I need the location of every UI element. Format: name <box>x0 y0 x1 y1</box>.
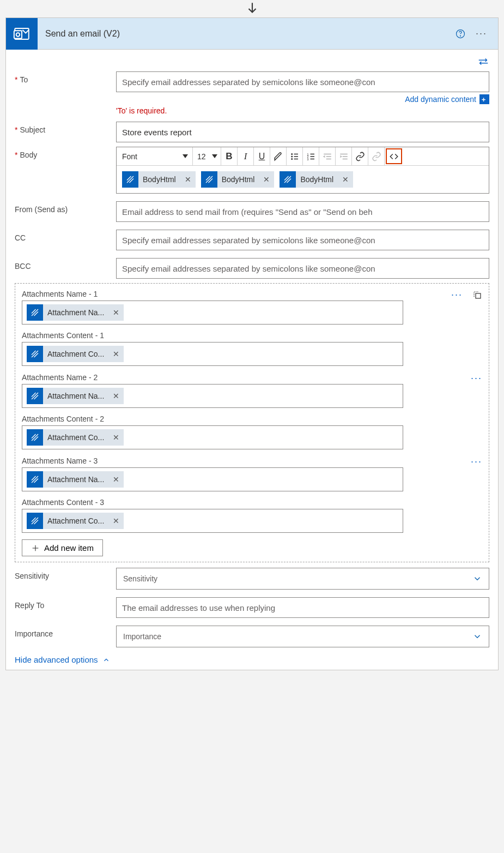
token-remove-icon[interactable]: ✕ <box>108 433 124 442</box>
attachment-name-input[interactable]: Attachment Na...✕ <box>22 301 403 325</box>
token-remove-icon[interactable]: ✕ <box>108 475 124 484</box>
attachment-content-label: Attachments Content - 3 <box>22 498 482 507</box>
from-label: From (Send as) <box>15 201 116 214</box>
body-token[interactable]: BodyHtml✕ <box>280 171 353 188</box>
token-remove-icon[interactable]: ✕ <box>338 175 353 184</box>
token-label: Attachment Na... <box>43 392 108 400</box>
card-menu-icon[interactable]: ··· <box>476 28 487 39</box>
attachment-content-token[interactable]: Attachment Co...✕ <box>27 429 124 446</box>
outlook-icon <box>6 18 38 50</box>
add-new-item-button[interactable]: Add new item <box>22 539 103 556</box>
svg-point-6 <box>292 156 293 157</box>
add-dynamic-content-icon[interactable]: + <box>479 94 489 104</box>
sensitivity-placeholder: Sensitivity <box>123 574 157 583</box>
attachment-content-input[interactable]: Attachment Co...✕ <box>22 425 403 449</box>
svg-rect-11 <box>476 293 481 298</box>
attachment-item-menu-icon[interactable]: ··· <box>451 289 463 301</box>
body-label: *Body <box>15 147 116 159</box>
token-label: Attachment Na... <box>43 308 108 317</box>
attachment-item-menu-icon[interactable]: ··· <box>471 456 482 467</box>
card-header[interactable]: Send an email (V2) ··· <box>6 18 498 50</box>
hide-advanced-options-link[interactable]: Hide advanced options <box>15 655 489 664</box>
token-icon <box>27 304 43 321</box>
code-view-button[interactable] <box>386 148 402 164</box>
attachment-name-token[interactable]: Attachment Na...✕ <box>27 388 124 404</box>
subject-input[interactable] <box>116 122 489 142</box>
caret-down-icon <box>212 154 217 158</box>
cc-label: CC <box>15 230 116 242</box>
body-editor[interactable]: Font 12 B I U <box>116 147 489 194</box>
attachment-content-input[interactable]: Attachment Co...✕ <box>22 342 403 366</box>
copy-icon[interactable] <box>472 290 482 300</box>
color-button[interactable] <box>270 147 287 165</box>
attachment-name-label: Attachments Name - 1 <box>22 290 98 298</box>
token-label: BodyHtml <box>296 175 338 184</box>
attachment-name-token[interactable]: Attachment Na...✕ <box>27 304 124 321</box>
attachment-content-token[interactable]: Attachment Co...✕ <box>27 346 124 362</box>
token-remove-icon[interactable]: ✕ <box>108 308 124 317</box>
svg-point-4 <box>460 35 460 36</box>
importance-select[interactable]: Importance <box>116 626 489 647</box>
indent-button[interactable] <box>336 147 352 165</box>
token-icon <box>280 171 296 188</box>
swap-icon[interactable] <box>15 57 489 66</box>
outdent-button[interactable] <box>319 147 336 165</box>
token-label: Attachment Co... <box>43 516 108 525</box>
cc-input[interactable] <box>116 230 489 250</box>
token-icon <box>27 429 43 446</box>
caret-down-icon <box>183 154 188 158</box>
token-remove-icon[interactable]: ✕ <box>108 392 124 400</box>
to-label: *To <box>15 71 116 84</box>
italic-button[interactable]: I <box>238 147 254 165</box>
svg-point-7 <box>292 158 293 159</box>
attachment-content-input[interactable]: Attachment Co...✕ <box>22 509 403 533</box>
token-label: BodyHtml <box>217 175 259 184</box>
numbering-button[interactable]: 123 <box>303 147 319 165</box>
token-icon <box>201 171 217 188</box>
token-remove-icon[interactable]: ✕ <box>108 516 124 525</box>
token-remove-icon[interactable]: ✕ <box>180 175 196 184</box>
action-card: Send an email (V2) ··· *To A <box>5 17 499 670</box>
attachment-name-token[interactable]: Attachment Na...✕ <box>27 471 124 488</box>
font-size-select[interactable]: 12 <box>193 147 221 165</box>
token-icon <box>122 171 138 188</box>
attachment-name-input[interactable]: Attachment Na...✕ <box>22 467 403 491</box>
attachment-name-input[interactable]: Attachment Na...✕ <box>22 384 403 408</box>
link-button[interactable] <box>352 147 368 165</box>
attachment-item-menu-icon[interactable]: ··· <box>471 373 482 384</box>
subject-label: *Subject <box>15 122 116 134</box>
card-title: Send an email (V2) <box>38 29 455 39</box>
token-icon <box>27 388 43 404</box>
bullets-button[interactable] <box>287 147 303 165</box>
bold-button[interactable]: B <box>221 147 238 165</box>
flow-arrow-icon <box>5 0 499 15</box>
bcc-input[interactable] <box>116 258 489 279</box>
attachment-content-label: Attachments Content - 1 <box>22 331 482 340</box>
token-icon <box>27 471 43 488</box>
token-remove-icon[interactable]: ✕ <box>108 350 124 358</box>
body-token[interactable]: BodyHtml✕ <box>201 171 275 188</box>
token-label: BodyHtml <box>138 175 180 184</box>
help-icon[interactable] <box>455 28 466 39</box>
font-select[interactable]: Font <box>117 147 193 165</box>
chevron-down-icon <box>472 574 482 584</box>
reply-to-input[interactable] <box>116 597 489 618</box>
svg-text:3: 3 <box>307 157 308 160</box>
underline-button[interactable]: U <box>254 147 270 165</box>
svg-point-5 <box>292 153 293 154</box>
body-token[interactable]: BodyHtml✕ <box>122 171 196 188</box>
token-label: Attachment Na... <box>43 475 108 484</box>
from-input[interactable] <box>116 201 489 222</box>
bcc-label: BCC <box>15 258 116 271</box>
sensitivity-select[interactable]: Sensitivity <box>116 568 489 590</box>
reply-to-label: Reply To <box>15 597 116 610</box>
token-label: Attachment Co... <box>43 350 108 358</box>
attachment-content-token[interactable]: Attachment Co...✕ <box>27 513 124 529</box>
attachment-content-label: Attachments Content - 2 <box>22 415 482 423</box>
token-remove-icon[interactable]: ✕ <box>259 175 274 184</box>
importance-label: Importance <box>15 626 116 638</box>
token-icon <box>27 513 43 529</box>
add-dynamic-content-link[interactable]: Add dynamic content <box>405 95 476 104</box>
to-input[interactable] <box>116 71 489 92</box>
unlink-button[interactable] <box>368 147 385 165</box>
